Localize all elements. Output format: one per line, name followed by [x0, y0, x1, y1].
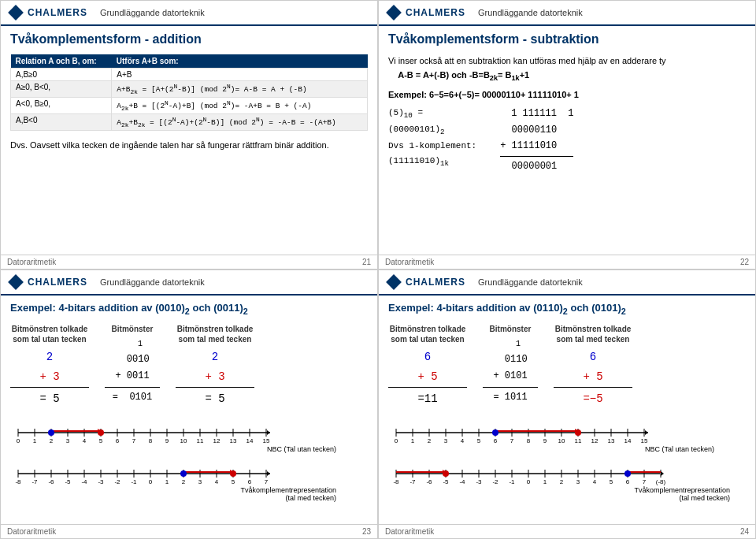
- chalmers-diamond-icon-2: [385, 4, 402, 21]
- slide-1-header-title: Grundläggande datorteknik: [100, 8, 205, 17]
- slide-3: CHALMERS Grundläggande datorteknik Exemp…: [0, 270, 378, 539]
- svg-text:3: 3: [444, 437, 448, 444]
- slide-1-header: CHALMERS Grundläggande datorteknik: [1, 1, 377, 26]
- carry-row: 1 111111 1: [500, 106, 573, 121]
- col3-label-4: Bitmönstren tolkadesom tal med tecken: [554, 324, 632, 344]
- slide-2-title: Tvåkomplementsform - subtraktion: [388, 32, 746, 46]
- tvak-svg-4: -8 -7 -6 -5 -4 -3 -2 -1: [388, 458, 680, 486]
- sub-intro: Vi inser också att en subtraktion kan ut…: [388, 54, 746, 84]
- table-cell: A,B<0: [11, 114, 112, 131]
- slide-2-header: CHALMERS Grundläggande datorteknik: [379, 1, 755, 26]
- svg-point-39: [48, 429, 54, 436]
- result: 00000001: [500, 158, 573, 174]
- table-cell: A,B≥0: [11, 69, 112, 81]
- slide-2-header-title: Grundläggande datorteknik: [478, 8, 583, 17]
- svg-text:13: 13: [608, 437, 615, 444]
- tvak-line-4: -8 -7 -6 -5 -4 -3 -2 -1: [388, 458, 746, 502]
- calc-right: 1 111111 1 00000110 + 11111010 00000001: [500, 106, 573, 174]
- table-cell: A+B2k = [A+(2N-B)] (mod 2N)= A-B = A + (…: [112, 81, 368, 98]
- slide-1-title: Tvåkomplementsform - addition: [10, 32, 368, 46]
- table-row: A,B<0 A2k+B2k = [(2N-A)+(2N-B)] (mod 2N)…: [11, 114, 368, 131]
- col-signed-3: Bitmönstren tolkadesom tal med tecken 2 …: [176, 324, 254, 410]
- bitmonstren-4: Bitmönstren tolkadesom tal utan tecken 6…: [388, 324, 746, 410]
- col-bits-3: Bitmönster 1 0010 + 0011 = 0101: [105, 324, 160, 407]
- svg-text:-2: -2: [492, 478, 498, 485]
- svg-text:-5: -5: [65, 478, 71, 485]
- bits-divider-4: [483, 387, 538, 388]
- footer-page-3: 23: [362, 527, 371, 536]
- svg-text:6: 6: [248, 478, 252, 485]
- svg-text:5: 5: [99, 437, 103, 444]
- svg-text:14: 14: [624, 437, 632, 444]
- svg-rect-79: [386, 274, 402, 290]
- result-signed-3: = 5: [176, 387, 254, 409]
- svg-text:2: 2: [428, 437, 432, 444]
- table-cell: A<0, B≥0,: [11, 98, 112, 114]
- svg-text:1: 1: [543, 478, 547, 485]
- five-binary: (00000101)2: [388, 122, 476, 139]
- svg-text:5: 5: [477, 437, 481, 444]
- slide-3-header: CHALMERS Grundläggande datorteknik: [1, 270, 377, 296]
- svg-text:3: 3: [66, 437, 70, 444]
- bit-nums-4: 1 0110 + 0101 = 1011: [483, 337, 538, 407]
- svg-text:-6: -6: [48, 478, 54, 485]
- num1-signed-3: 2: [176, 348, 254, 367]
- svg-text:-4: -4: [81, 478, 87, 485]
- svg-marker-153: [661, 471, 664, 476]
- svg-text:-3: -3: [98, 478, 104, 485]
- svg-text:8: 8: [149, 437, 153, 444]
- tvak-label-4: Tvåkomplementrepresentation(tal med teck…: [388, 486, 730, 502]
- svg-text:-2: -2: [114, 478, 120, 485]
- number-lines-4: 0 1 2 3 4 5 6 7: [388, 417, 746, 502]
- table-cell: A2k+B2k = [(2N-A)+(2N-B)] (mod 2N) = -A-…: [112, 114, 368, 131]
- tvak-label-text-4: Tvåkomplementrepresentation(tal med teck…: [634, 486, 730, 502]
- svg-text:3: 3: [576, 478, 580, 485]
- bitmonstren-3: Bitmönstren tolkadesom tal utan tecken 2…: [10, 324, 368, 410]
- nbc-svg-4: 0 1 2 3 4 5 6 7: [388, 417, 664, 445]
- number-lines-3: 0 1 2 3 4 5 6 7: [10, 417, 368, 502]
- slide-1-footer: Datoraritmetik 21: [1, 255, 377, 269]
- svg-text:7: 7: [643, 478, 647, 485]
- relation-table: Relation A och B, om: Utförs A+B som: A,…: [10, 54, 368, 131]
- footer-page-1: 21: [362, 258, 371, 266]
- svg-marker-36: [267, 430, 270, 435]
- svg-text:15: 15: [263, 437, 270, 444]
- chalmers-diamond-icon: [7, 4, 24, 21]
- svg-text:4: 4: [83, 437, 87, 444]
- svg-text:15: 15: [641, 437, 648, 444]
- svg-text:5: 5: [610, 478, 613, 485]
- nbc-line-3: 0 1 2 3 4 5 6 7: [10, 417, 368, 453]
- result-signed-4: =−5: [554, 387, 632, 409]
- num1-unsigned-3: 2: [10, 348, 89, 367]
- svg-text:5: 5: [232, 478, 235, 485]
- bits1-3: 0010: [105, 351, 160, 369]
- svg-text:14: 14: [246, 437, 254, 444]
- nbc-svg-3: 0 1 2 3 4 5 6 7: [10, 417, 286, 445]
- slide-4-footer: Datoraritmetik 24: [379, 524, 755, 538]
- svg-text:10: 10: [558, 437, 565, 444]
- tvak-label-3: Tvåkomplementrepresentation(tal med teck…: [10, 486, 336, 502]
- slide-2: CHALMERS Grundläggande datorteknik Tvåko…: [378, 0, 756, 270]
- col2-label-3: Bitmönster: [105, 324, 160, 334]
- logo-3: CHALMERS: [7, 273, 87, 291]
- slide-3-title: Exempel: 4-bitars addition av (0010)2 oc…: [10, 302, 368, 316]
- slide-2-footer: Datoraritmetik 22: [379, 255, 755, 269]
- svg-point-157: [624, 470, 631, 477]
- col1-label-3: Bitmönstren tolkadesom tal utan tecken: [10, 324, 89, 344]
- calc-left: (5)10 = (00000101)2 Dvs 1-komplement: (1…: [388, 106, 476, 169]
- svg-text:-6: -6: [426, 478, 432, 485]
- dvs-label: Dvs 1-komplement:: [388, 139, 476, 154]
- result-unsigned-3: = 5: [10, 387, 89, 409]
- nbc-label-3: NBC (Tal utan tecken): [10, 445, 336, 453]
- svg-text:0: 0: [149, 478, 153, 485]
- svg-rect-0: [8, 5, 24, 20]
- svg-text:1: 1: [411, 437, 415, 444]
- sub-example-label: Exempel: 6−5=6+(−5)= 00000110+ 11111010+…: [388, 90, 746, 99]
- slide-2-content: Tvåkomplementsform - subtraktion Vi inse…: [379, 26, 755, 255]
- svg-text:10: 10: [180, 437, 187, 444]
- svg-text:-3: -3: [476, 478, 482, 485]
- svg-text:4: 4: [461, 437, 465, 444]
- bits-result-3: = 0101: [105, 389, 160, 407]
- svg-rect-1: [386, 5, 402, 20]
- svg-text:-8: -8: [393, 478, 399, 485]
